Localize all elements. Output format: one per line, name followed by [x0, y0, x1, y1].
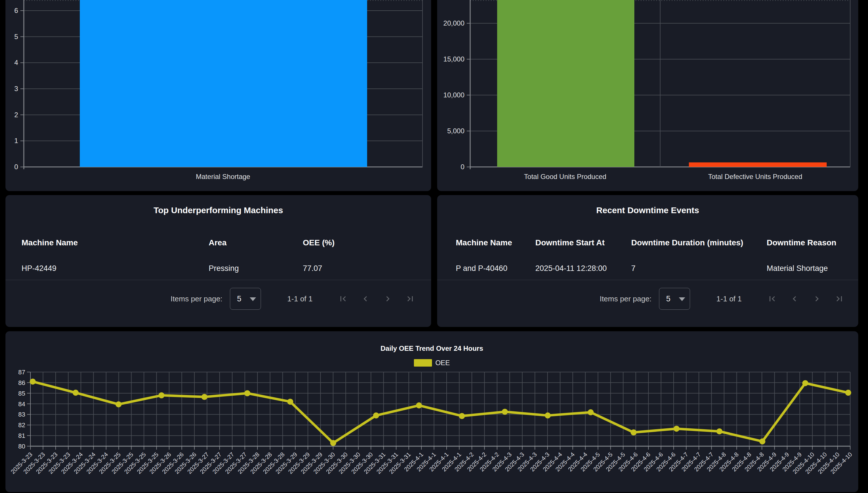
data-point-2025-4-5[interactable] — [588, 409, 594, 415]
caret-down-icon — [679, 297, 685, 301]
bar-total-defective-units-produced[interactable] — [689, 162, 827, 167]
column-header-oee: OEE (%) — [303, 238, 335, 248]
data-point-2025-3-27[interactable] — [202, 394, 207, 400]
data-point-2025-4-10[interactable] — [802, 380, 808, 386]
y-axis-tick-label: 5,000 — [447, 127, 464, 135]
card-title: Recent Downtime Events — [437, 206, 858, 215]
data-point-2025-4-3[interactable] — [502, 409, 508, 415]
page-size-value: 5 — [237, 295, 242, 303]
data-point-2025-4-2[interactable] — [459, 413, 465, 419]
units-produced-chart-card: 05,00010,00015,00020,000Total Good Units… — [437, 0, 858, 191]
y-axis-tick-label: 15,000 — [443, 55, 464, 63]
row-divider — [437, 280, 858, 280]
cell-downtime-duration: 7 — [631, 264, 636, 273]
page-range-label: 1-1 of 1 — [716, 295, 742, 303]
x-axis-category-label: Material Shortage — [196, 173, 250, 180]
first-page-button[interactable] — [338, 294, 348, 304]
y-axis-tick-label: 85 — [18, 390, 25, 397]
y-axis-tick-label: 86 — [18, 379, 25, 386]
column-header-area: Area — [209, 238, 227, 248]
next-page-button[interactable] — [383, 294, 393, 304]
data-point-2025-3-26[interactable] — [158, 392, 164, 399]
x-axis-category-label: Total Good Units Produced — [524, 173, 607, 180]
table-paginator: Items per page: 5 1-1 of 1 — [170, 287, 415, 310]
manufacturing-oee-dashboard: { "theme": { "page_bg": "#000000", "card… — [0, 0, 868, 493]
items-per-page-label: Items per page: — [600, 295, 652, 303]
y-axis-tick-label: 5 — [14, 33, 18, 41]
items-per-page-label: Items per page: — [170, 295, 223, 303]
data-point-2025-3-23[interactable] — [30, 379, 36, 385]
caret-down-icon — [250, 297, 256, 301]
y-axis-tick-label: 3 — [14, 85, 18, 92]
y-axis-tick-label: 80 — [18, 443, 25, 450]
row-divider — [5, 280, 431, 280]
data-point-2025-4-4[interactable] — [545, 412, 551, 419]
y-axis-tick-label: 82 — [18, 422, 25, 429]
data-point-2025-3-28[interactable] — [244, 390, 250, 396]
cell-oee: 77.07 — [303, 264, 322, 273]
cell-machine-name: HP-42449 — [22, 264, 56, 273]
previous-page-button[interactable] — [360, 294, 370, 304]
cell-machine-name: P and P-40460 — [456, 264, 507, 273]
y-axis-tick-label: 4 — [14, 59, 18, 66]
y-axis-tick-label: 81 — [18, 432, 25, 439]
column-header-downtime-duration: Downtime Duration (minutes) — [631, 238, 743, 248]
data-point-2025-3-24[interactable] — [73, 390, 79, 395]
next-page-button[interactable] — [812, 294, 822, 304]
previous-page-button[interactable] — [789, 294, 800, 304]
data-point-2025-3-31[interactable] — [373, 412, 379, 419]
column-header-machine-name: Machine Name — [456, 238, 512, 248]
daily-oee-trend-card: Daily OEE Trend Over 24 Hours OEE 2025-3… — [5, 331, 858, 492]
y-axis-tick-label: 83 — [18, 411, 25, 418]
y-axis-tick-label: 10,000 — [443, 91, 464, 99]
units-produced-bar-chart: 05,00010,00015,00020,000Total Good Units… — [437, 0, 858, 191]
cell-area: Pressing — [209, 264, 239, 273]
y-axis-tick-label: 0 — [14, 163, 18, 171]
downtime-by-reason-bar-chart: 0123456Material Shortage — [5, 0, 431, 191]
data-point-2025-3-25[interactable] — [116, 401, 122, 407]
downtime-by-reason-chart-card: 0123456Material Shortage — [5, 0, 431, 191]
page-size-value: 5 — [666, 295, 670, 303]
daily-oee-trend-line-chart: 2025-3-232025-3-232025-3-232025-3-232025… — [5, 331, 858, 492]
y-axis-tick-label: 6 — [14, 7, 18, 14]
y-axis-tick-label: 84 — [18, 401, 25, 408]
y-axis-tick-label: 20,000 — [443, 19, 464, 27]
first-page-button[interactable] — [767, 294, 777, 304]
x-axis-category-label: Total Defective Units Produced — [708, 173, 802, 180]
cell-downtime-start: 2025-04-11 12:28:00 — [535, 264, 607, 273]
y-axis-tick-label: 87 — [18, 369, 25, 376]
y-axis-tick-label: 2 — [14, 111, 18, 119]
data-point-2025-4-6[interactable] — [631, 429, 637, 435]
column-header-downtime-start: Downtime Start At — [535, 238, 605, 248]
top-underperforming-machines-card: Top Underperforming Machines Machine Nam… — [5, 195, 431, 327]
table-paginator: Items per page: 5 1-1 of 1 — [600, 287, 844, 310]
card-title: Top Underperforming Machines — [5, 206, 431, 215]
data-point-2025-3-29[interactable] — [287, 399, 293, 405]
last-page-button[interactable] — [405, 294, 415, 304]
data-point-2025-3-30[interactable] — [330, 440, 336, 446]
data-point-2025-4-10[interactable] — [845, 390, 851, 395]
recent-downtime-events-card: Recent Downtime Events Machine Name Down… — [437, 195, 858, 327]
oee-trend-line — [33, 382, 848, 443]
page-size-select[interactable]: 5 — [230, 288, 261, 310]
cell-downtime-reason: Material Shortage — [767, 264, 828, 273]
page-size-select[interactable]: 5 — [659, 288, 690, 310]
bar-material-shortage[interactable] — [80, 0, 367, 167]
y-axis-tick-label: 0 — [461, 163, 464, 171]
data-point-2025-4-8[interactable] — [716, 428, 723, 434]
data-point-2025-4-9[interactable] — [759, 438, 765, 445]
data-point-2025-4-1[interactable] — [416, 403, 422, 409]
column-header-downtime-reason: Downtime Reason — [767, 238, 837, 248]
column-header-machine-name: Machine Name — [22, 238, 78, 248]
page-range-label: 1-1 of 1 — [287, 295, 313, 303]
last-page-button[interactable] — [834, 294, 844, 304]
bar-total-good-units-produced[interactable] — [497, 0, 634, 167]
y-axis-tick-label: 1 — [14, 137, 18, 145]
data-point-2025-4-7[interactable] — [673, 426, 680, 432]
